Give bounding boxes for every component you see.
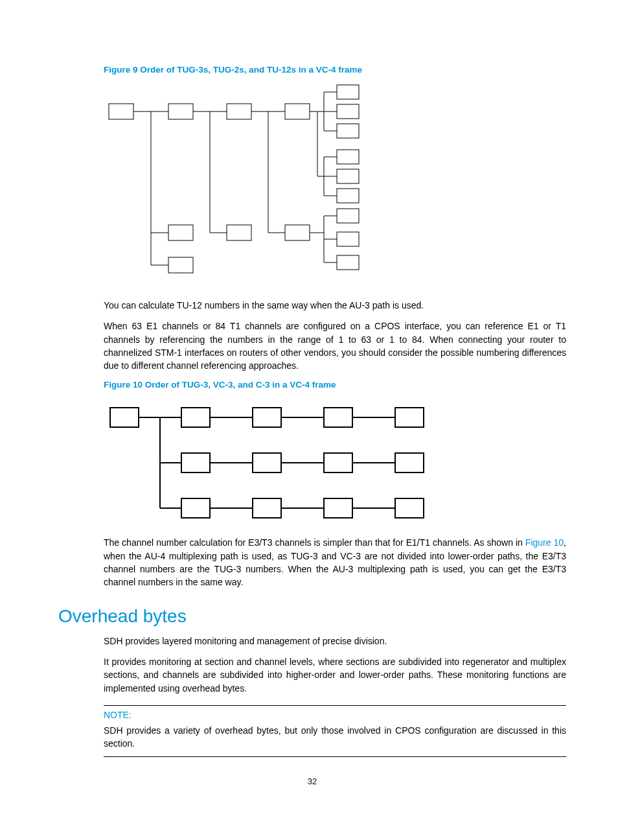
svg-rect-51 bbox=[395, 408, 424, 427]
svg-rect-7 bbox=[168, 257, 193, 273]
svg-rect-33 bbox=[337, 169, 359, 183]
svg-rect-56 bbox=[253, 453, 281, 472]
svg-rect-45 bbox=[181, 408, 210, 427]
figure-10-ref[interactable]: Figure 10 bbox=[525, 537, 564, 548]
paragraph-4: SDH provides layered monitoring and mana… bbox=[104, 635, 566, 648]
svg-rect-41 bbox=[337, 232, 359, 246]
svg-rect-34 bbox=[337, 189, 359, 203]
svg-rect-66 bbox=[324, 498, 352, 518]
figure-9-title: Figure 9 Order of TUG-3s, TUG-2s, and TU… bbox=[104, 65, 566, 75]
note-label: NOTE: bbox=[104, 710, 566, 720]
svg-rect-58 bbox=[324, 453, 352, 472]
page-number: 32 bbox=[58, 776, 566, 786]
section-heading-overhead-bytes: Overhead bytes bbox=[58, 606, 566, 627]
svg-rect-23 bbox=[337, 85, 359, 99]
svg-rect-9 bbox=[227, 104, 251, 119]
svg-rect-32 bbox=[337, 150, 359, 164]
figure-10-diagram bbox=[104, 399, 566, 528]
paragraph-2: When 63 E1 channels or 84 T1 channels ar… bbox=[104, 320, 566, 372]
svg-rect-54 bbox=[181, 453, 210, 472]
svg-rect-24 bbox=[337, 104, 359, 119]
paragraph-5: It provides monitoring at section and ch… bbox=[104, 655, 566, 695]
svg-rect-62 bbox=[181, 498, 210, 518]
paragraph-1: You can calculate TU-12 numbers in the s… bbox=[104, 299, 566, 312]
svg-rect-12 bbox=[227, 225, 251, 240]
svg-rect-60 bbox=[395, 453, 424, 472]
svg-rect-25 bbox=[337, 124, 359, 138]
svg-rect-0 bbox=[109, 104, 133, 119]
svg-rect-68 bbox=[395, 498, 424, 518]
note-content: SDH provides a variety of overhead bytes… bbox=[104, 724, 566, 751]
figure-9-diagram bbox=[104, 84, 566, 291]
svg-rect-40 bbox=[337, 209, 359, 223]
svg-rect-5 bbox=[168, 225, 193, 240]
figure-10-title: Figure 10 Order of TUG-3, VC-3, and C-3 … bbox=[104, 380, 566, 390]
svg-rect-49 bbox=[324, 408, 352, 427]
svg-rect-2 bbox=[168, 104, 193, 119]
svg-rect-43 bbox=[110, 408, 139, 427]
svg-rect-64 bbox=[253, 498, 281, 518]
paragraph-3: The channel number calculation for E3/T3… bbox=[104, 536, 566, 589]
note-box: NOTE: SDH provides a variety of overhead… bbox=[104, 705, 566, 758]
svg-rect-42 bbox=[337, 255, 359, 270]
svg-rect-47 bbox=[253, 408, 281, 427]
svg-rect-17 bbox=[285, 225, 310, 240]
svg-rect-14 bbox=[285, 104, 310, 119]
